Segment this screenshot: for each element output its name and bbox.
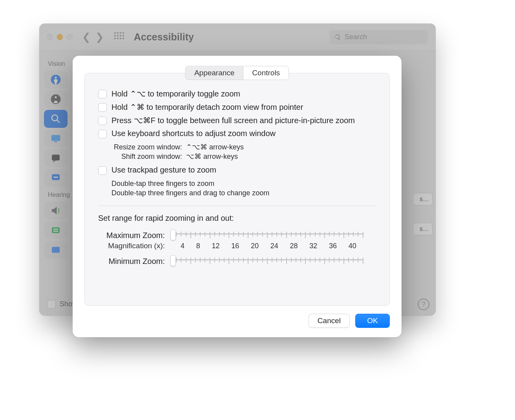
trackpad-details: Double-tap three fingers to zoom Double-… <box>111 179 376 198</box>
ok-button[interactable]: OK <box>355 314 390 328</box>
label-press-toggle-fs-pip: Press ⌥⌘F to toggle between full screen … <box>111 116 355 125</box>
label-kb-shortcuts: Use keyboard shortcuts to adjust zoom wi… <box>111 129 276 138</box>
checkbox-kb-shortcuts[interactable] <box>98 130 107 138</box>
tab-segmented-control: Appearance Controls <box>185 66 289 80</box>
min-zoom-label: Minimum Zoom: <box>98 257 165 266</box>
magnification-scale: 481216202428323640 <box>171 242 363 250</box>
label-hold-detach: Hold ⌃⌘ to temporarily detach zoom view … <box>111 102 303 112</box>
max-zoom-label: Maximum Zoom: <box>98 231 165 240</box>
controls-panel: Hold ⌃⌥ to temporarily toggle zoom Hold … <box>84 73 390 306</box>
range-title: Set range for rapid zooming in and out: <box>98 214 376 223</box>
checkbox-hold-toggle[interactable] <box>98 90 107 98</box>
tab-controls[interactable]: Controls <box>243 66 289 80</box>
cancel-button[interactable]: Cancel <box>309 314 350 328</box>
zoom-controls-sheet: Appearance Controls Hold ⌃⌥ to temporari… <box>73 56 402 337</box>
min-zoom-slider[interactable] <box>171 256 363 266</box>
sheet-footer: Cancel OK <box>84 314 390 328</box>
tab-appearance[interactable]: Appearance <box>186 66 243 80</box>
magnification-label: Magnification (x): <box>98 242 165 250</box>
label-hold-toggle: Hold ⌃⌥ to temporarily toggle zoom <box>111 89 240 98</box>
kb-shortcuts-details: Resize zoom window:⌃⌥⌘ arrow-keys Shift … <box>111 142 376 162</box>
max-zoom-slider[interactable] <box>171 231 363 240</box>
checkbox-press-toggle-fs-pip[interactable] <box>98 116 107 125</box>
divider <box>98 205 376 206</box>
checkbox-trackpad-gesture[interactable] <box>98 166 107 175</box>
label-trackpad-gesture: Use trackpad gesture to zoom <box>111 165 216 175</box>
checkbox-hold-detach[interactable] <box>98 103 107 112</box>
